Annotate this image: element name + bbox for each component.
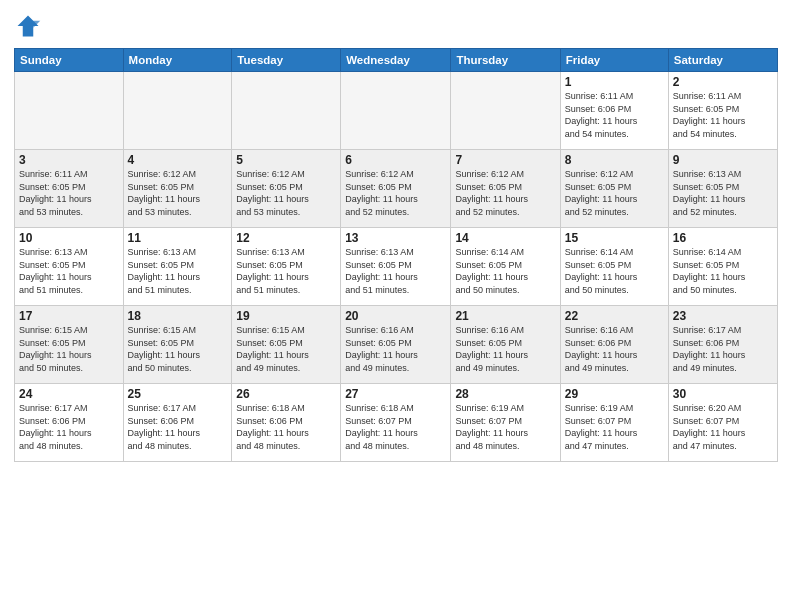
day-info: Sunrise: 6:18 AM Sunset: 6:06 PM Dayligh… (236, 402, 336, 452)
day-info: Sunrise: 6:13 AM Sunset: 6:05 PM Dayligh… (236, 246, 336, 296)
day-number: 21 (455, 309, 555, 323)
day-number: 9 (673, 153, 773, 167)
calendar-cell: 8Sunrise: 6:12 AM Sunset: 6:05 PM Daylig… (560, 150, 668, 228)
day-info: Sunrise: 6:18 AM Sunset: 6:07 PM Dayligh… (345, 402, 446, 452)
day-number: 16 (673, 231, 773, 245)
calendar-cell (341, 72, 451, 150)
day-number: 2 (673, 75, 773, 89)
day-info: Sunrise: 6:12 AM Sunset: 6:05 PM Dayligh… (128, 168, 228, 218)
day-number: 3 (19, 153, 119, 167)
calendar-cell: 21Sunrise: 6:16 AM Sunset: 6:05 PM Dayli… (451, 306, 560, 384)
day-info: Sunrise: 6:11 AM Sunset: 6:06 PM Dayligh… (565, 90, 664, 140)
day-info: Sunrise: 6:11 AM Sunset: 6:05 PM Dayligh… (19, 168, 119, 218)
day-info: Sunrise: 6:17 AM Sunset: 6:06 PM Dayligh… (19, 402, 119, 452)
weekday-header: Sunday (15, 49, 124, 72)
day-number: 27 (345, 387, 446, 401)
day-number: 8 (565, 153, 664, 167)
day-number: 28 (455, 387, 555, 401)
day-info: Sunrise: 6:16 AM Sunset: 6:06 PM Dayligh… (565, 324, 664, 374)
day-number: 29 (565, 387, 664, 401)
calendar-cell (232, 72, 341, 150)
weekday-header-row: SundayMondayTuesdayWednesdayThursdayFrid… (15, 49, 778, 72)
calendar-week-row: 10Sunrise: 6:13 AM Sunset: 6:05 PM Dayli… (15, 228, 778, 306)
weekday-header: Friday (560, 49, 668, 72)
day-info: Sunrise: 6:14 AM Sunset: 6:05 PM Dayligh… (455, 246, 555, 296)
day-info: Sunrise: 6:12 AM Sunset: 6:05 PM Dayligh… (455, 168, 555, 218)
day-number: 24 (19, 387, 119, 401)
calendar-cell: 27Sunrise: 6:18 AM Sunset: 6:07 PM Dayli… (341, 384, 451, 462)
weekday-header: Saturday (668, 49, 777, 72)
day-info: Sunrise: 6:15 AM Sunset: 6:05 PM Dayligh… (19, 324, 119, 374)
day-number: 18 (128, 309, 228, 323)
calendar-cell: 17Sunrise: 6:15 AM Sunset: 6:05 PM Dayli… (15, 306, 124, 384)
day-number: 15 (565, 231, 664, 245)
day-info: Sunrise: 6:12 AM Sunset: 6:05 PM Dayligh… (565, 168, 664, 218)
calendar-cell: 18Sunrise: 6:15 AM Sunset: 6:05 PM Dayli… (123, 306, 232, 384)
calendar-cell: 26Sunrise: 6:18 AM Sunset: 6:06 PM Dayli… (232, 384, 341, 462)
calendar-cell: 9Sunrise: 6:13 AM Sunset: 6:05 PM Daylig… (668, 150, 777, 228)
day-info: Sunrise: 6:13 AM Sunset: 6:05 PM Dayligh… (345, 246, 446, 296)
day-number: 14 (455, 231, 555, 245)
calendar-cell: 29Sunrise: 6:19 AM Sunset: 6:07 PM Dayli… (560, 384, 668, 462)
calendar-cell: 12Sunrise: 6:13 AM Sunset: 6:05 PM Dayli… (232, 228, 341, 306)
weekday-header: Wednesday (341, 49, 451, 72)
day-info: Sunrise: 6:16 AM Sunset: 6:05 PM Dayligh… (345, 324, 446, 374)
calendar-week-row: 17Sunrise: 6:15 AM Sunset: 6:05 PM Dayli… (15, 306, 778, 384)
calendar-cell: 1Sunrise: 6:11 AM Sunset: 6:06 PM Daylig… (560, 72, 668, 150)
day-info: Sunrise: 6:12 AM Sunset: 6:05 PM Dayligh… (236, 168, 336, 218)
svg-marker-1 (33, 21, 40, 28)
day-info: Sunrise: 6:12 AM Sunset: 6:05 PM Dayligh… (345, 168, 446, 218)
weekday-header: Tuesday (232, 49, 341, 72)
day-number: 23 (673, 309, 773, 323)
day-number: 11 (128, 231, 228, 245)
weekday-header: Thursday (451, 49, 560, 72)
day-info: Sunrise: 6:19 AM Sunset: 6:07 PM Dayligh… (455, 402, 555, 452)
day-number: 1 (565, 75, 664, 89)
day-info: Sunrise: 6:13 AM Sunset: 6:05 PM Dayligh… (19, 246, 119, 296)
calendar-cell: 15Sunrise: 6:14 AM Sunset: 6:05 PM Dayli… (560, 228, 668, 306)
day-number: 19 (236, 309, 336, 323)
day-info: Sunrise: 6:13 AM Sunset: 6:05 PM Dayligh… (128, 246, 228, 296)
day-info: Sunrise: 6:11 AM Sunset: 6:05 PM Dayligh… (673, 90, 773, 140)
day-number: 25 (128, 387, 228, 401)
calendar-week-row: 24Sunrise: 6:17 AM Sunset: 6:06 PM Dayli… (15, 384, 778, 462)
day-info: Sunrise: 6:19 AM Sunset: 6:07 PM Dayligh… (565, 402, 664, 452)
calendar-week-row: 3Sunrise: 6:11 AM Sunset: 6:05 PM Daylig… (15, 150, 778, 228)
day-info: Sunrise: 6:14 AM Sunset: 6:05 PM Dayligh… (673, 246, 773, 296)
day-info: Sunrise: 6:14 AM Sunset: 6:05 PM Dayligh… (565, 246, 664, 296)
calendar-cell: 25Sunrise: 6:17 AM Sunset: 6:06 PM Dayli… (123, 384, 232, 462)
day-number: 13 (345, 231, 446, 245)
day-info: Sunrise: 6:17 AM Sunset: 6:06 PM Dayligh… (128, 402, 228, 452)
calendar-cell: 11Sunrise: 6:13 AM Sunset: 6:05 PM Dayli… (123, 228, 232, 306)
calendar-cell: 6Sunrise: 6:12 AM Sunset: 6:05 PM Daylig… (341, 150, 451, 228)
calendar-cell: 28Sunrise: 6:19 AM Sunset: 6:07 PM Dayli… (451, 384, 560, 462)
calendar-cell (15, 72, 124, 150)
day-number: 17 (19, 309, 119, 323)
day-info: Sunrise: 6:16 AM Sunset: 6:05 PM Dayligh… (455, 324, 555, 374)
day-number: 20 (345, 309, 446, 323)
calendar-cell (123, 72, 232, 150)
day-number: 12 (236, 231, 336, 245)
calendar-cell: 10Sunrise: 6:13 AM Sunset: 6:05 PM Dayli… (15, 228, 124, 306)
day-number: 6 (345, 153, 446, 167)
svg-marker-0 (18, 16, 39, 37)
calendar-cell: 13Sunrise: 6:13 AM Sunset: 6:05 PM Dayli… (341, 228, 451, 306)
calendar-cell: 22Sunrise: 6:16 AM Sunset: 6:06 PM Dayli… (560, 306, 668, 384)
calendar-cell: 23Sunrise: 6:17 AM Sunset: 6:06 PM Dayli… (668, 306, 777, 384)
logo (14, 12, 46, 40)
day-number: 5 (236, 153, 336, 167)
weekday-header: Monday (123, 49, 232, 72)
calendar-cell: 2Sunrise: 6:11 AM Sunset: 6:05 PM Daylig… (668, 72, 777, 150)
day-info: Sunrise: 6:17 AM Sunset: 6:06 PM Dayligh… (673, 324, 773, 374)
day-info: Sunrise: 6:15 AM Sunset: 6:05 PM Dayligh… (128, 324, 228, 374)
header (14, 12, 778, 40)
day-info: Sunrise: 6:15 AM Sunset: 6:05 PM Dayligh… (236, 324, 336, 374)
day-number: 22 (565, 309, 664, 323)
calendar-cell: 24Sunrise: 6:17 AM Sunset: 6:06 PM Dayli… (15, 384, 124, 462)
calendar-cell: 14Sunrise: 6:14 AM Sunset: 6:05 PM Dayli… (451, 228, 560, 306)
day-number: 7 (455, 153, 555, 167)
day-info: Sunrise: 6:13 AM Sunset: 6:05 PM Dayligh… (673, 168, 773, 218)
day-number: 4 (128, 153, 228, 167)
day-number: 26 (236, 387, 336, 401)
calendar-cell (451, 72, 560, 150)
